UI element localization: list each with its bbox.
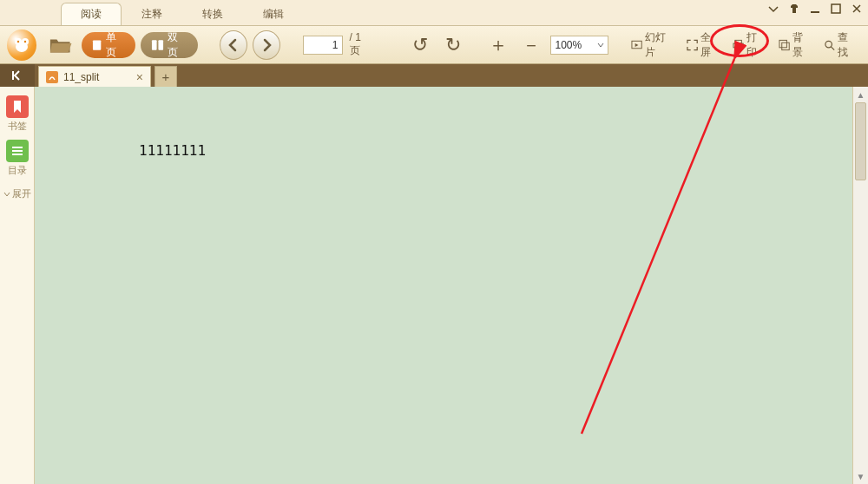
find-button[interactable]: 查找 [820, 33, 861, 57]
svg-rect-15 [781, 43, 788, 49]
find-label: 查找 [838, 30, 858, 60]
nav-forward-button[interactable] [253, 30, 280, 60]
document-tab-title: 11_split [63, 71, 99, 83]
print-button[interactable]: 打印 [729, 33, 770, 57]
chevron-down-icon [597, 42, 604, 49]
page-total-label: / 1页 [350, 31, 371, 58]
single-page-button[interactable]: 单页 [82, 32, 135, 58]
open-file-button[interactable] [45, 31, 76, 59]
svg-point-5 [17, 40, 19, 42]
svg-rect-0 [811, 11, 819, 13]
fullscreen-button[interactable]: 全屏 [683, 33, 724, 57]
sidebar-bookmarks-label: 书签 [8, 120, 27, 133]
undo-button[interactable]: ↺ [406, 31, 434, 59]
main-area: 书签 目录 展开 11111111 ▲ ▼ [0, 87, 868, 484]
svg-rect-8 [152, 40, 157, 49]
mode-tab-read[interactable]: 阅读 [61, 3, 122, 25]
background-button[interactable]: 背景 [775, 33, 816, 57]
svg-rect-1 [832, 4, 840, 13]
minimize-button[interactable] [809, 3, 821, 15]
app-logo[interactable] [7, 29, 36, 61]
maximize-button[interactable] [830, 3, 842, 15]
main-toolbar: 单页 双页 / 1页 ↺ ↻ ＋ － 100% 幻灯片 全屏 打印 背景 查找 [0, 26, 868, 64]
toc-icon [6, 140, 29, 162]
svg-rect-14 [779, 40, 786, 47]
chevron-down-icon [3, 191, 10, 198]
svg-rect-19 [12, 150, 23, 152]
fullscreen-icon [687, 39, 698, 51]
scrollbar-thumb[interactable] [855, 102, 866, 180]
sidebar-expand-button[interactable]: 展开 [3, 187, 31, 200]
document-tab-close-button[interactable]: × [136, 70, 143, 84]
double-page-label: 双页 [168, 30, 187, 60]
mode-tab-edit[interactable]: 编辑 [243, 3, 304, 25]
svg-point-6 [24, 40, 26, 42]
svg-rect-7 [93, 40, 101, 49]
svg-rect-9 [159, 40, 164, 49]
sidebar-item-toc[interactable]: 目录 [3, 138, 31, 179]
slideshow-label: 幻灯片 [645, 30, 674, 60]
mode-tab-convert[interactable]: 转换 [182, 3, 243, 25]
redo-button[interactable]: ↻ [439, 31, 467, 59]
print-label: 打印 [746, 30, 766, 60]
title-bar: 阅读 注释 转换 编辑 [0, 0, 868, 26]
zoom-in-button[interactable]: ＋ [484, 31, 512, 59]
svg-rect-11 [735, 40, 742, 43]
zoom-select[interactable]: 100% [550, 36, 608, 55]
document-body-text: 11111111 [139, 142, 206, 159]
single-page-label: 单页 [106, 30, 126, 60]
vertical-scrollbar[interactable]: ▲ ▼ [852, 87, 868, 484]
close-button[interactable] [851, 3, 863, 15]
print-icon [733, 39, 744, 51]
search-icon [824, 39, 835, 51]
scroll-up-button[interactable]: ▲ [853, 87, 868, 102]
fullscreen-label: 全屏 [700, 30, 720, 60]
background-label: 背景 [792, 30, 812, 60]
settings-dropdown-icon[interactable] [767, 3, 779, 15]
nav-back-button[interactable] [220, 30, 247, 60]
bookmark-icon [6, 95, 29, 118]
page-number-input[interactable] [303, 36, 343, 55]
sidebar-expand-label: 展开 [12, 187, 31, 200]
document-favicon-icon [46, 71, 58, 83]
double-page-button[interactable]: 双页 [141, 32, 198, 58]
svg-rect-17 [12, 71, 14, 80]
window-controls [767, 3, 863, 15]
svg-rect-18 [12, 147, 23, 148]
new-tab-button[interactable]: + [155, 66, 177, 87]
sidebar-toc-label: 目录 [8, 164, 27, 177]
document-tab[interactable]: 11_split × [38, 66, 151, 87]
scroll-down-button[interactable]: ▼ [853, 468, 868, 484]
mode-tab-annotate[interactable]: 注释 [122, 3, 182, 25]
background-icon [779, 39, 790, 51]
slideshow-button[interactable]: 幻灯片 [628, 33, 678, 57]
document-page[interactable]: 11111111 [35, 87, 852, 484]
document-tab-strip: 11_split × + [0, 64, 868, 87]
sidebar-item-bookmarks[interactable]: 书签 [3, 94, 31, 134]
left-sidebar: 书签 目录 展开 [0, 87, 35, 484]
viewer-wrap: 11111111 ▲ ▼ [35, 87, 868, 484]
zoom-out-button[interactable]: － [517, 31, 545, 59]
slideshow-icon [631, 39, 642, 51]
svg-rect-20 [12, 154, 23, 155]
svg-point-16 [825, 41, 832, 48]
zoom-value: 100% [555, 39, 582, 51]
skin-icon[interactable] [788, 3, 800, 15]
sidebar-toggle-button[interactable] [0, 64, 35, 87]
